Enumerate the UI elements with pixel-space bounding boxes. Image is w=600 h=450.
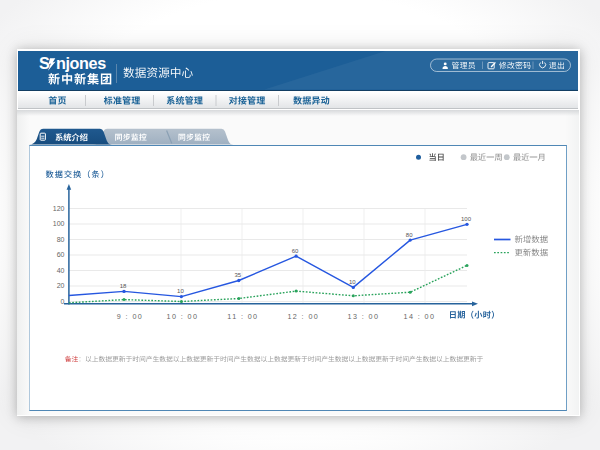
svg-text:14 : 00: 14 : 00 (404, 312, 436, 321)
svg-text:100: 100 (461, 216, 472, 222)
svg-text:13 : 00: 13 : 00 (348, 312, 380, 321)
svg-text:11 : 00: 11 : 00 (227, 312, 258, 321)
svg-text:S: S (39, 54, 50, 72)
svg-text:120: 120 (53, 205, 65, 212)
svg-text:10: 10 (177, 288, 184, 294)
svg-text:10 : 00: 10 : 00 (167, 312, 199, 321)
svg-text:njones: njones (56, 54, 106, 72)
svg-text:20: 20 (57, 282, 65, 289)
svg-text:0: 0 (61, 298, 65, 305)
svg-text:35: 35 (234, 272, 241, 278)
svg-text:80: 80 (406, 232, 413, 238)
svg-text:60: 60 (292, 248, 299, 254)
svg-text:18: 18 (120, 283, 127, 289)
svg-text:9 : 00: 9 : 00 (117, 312, 143, 321)
svg-text:12 : 00: 12 : 00 (287, 312, 319, 321)
svg-text:10: 10 (349, 279, 356, 285)
svg-text:60: 60 (57, 251, 65, 258)
svg-text:40: 40 (57, 267, 65, 274)
svg-text:100: 100 (53, 220, 65, 227)
svg-text:80: 80 (57, 236, 65, 243)
